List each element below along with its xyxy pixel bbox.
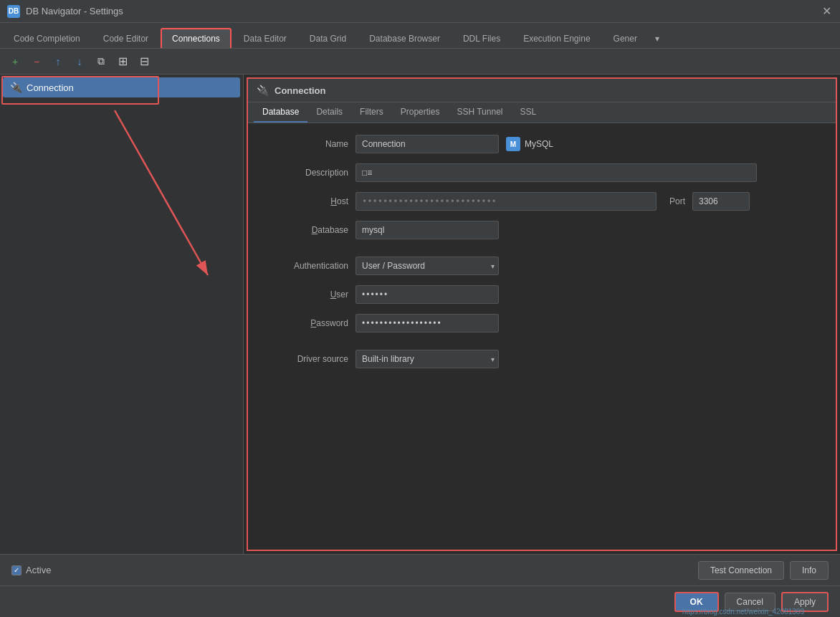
- window-title: DB Navigator - Settings: [26, 6, 123, 16]
- move-up-button[interactable]: ↑: [49, 52, 67, 71]
- tab-database-browser[interactable]: Database Browser: [358, 29, 451, 48]
- main-content: 🔌 Connection 🔌 Connection Database Detai…: [0, 75, 840, 554]
- mysql-icon: M: [506, 137, 520, 151]
- driver-source-select[interactable]: Built-in library Custom Maven: [355, 350, 499, 368]
- inner-tab-database[interactable]: Database: [254, 102, 307, 123]
- database-input[interactable]: [355, 221, 499, 239]
- inner-tabs: Database Details Filters Properties SSH …: [248, 102, 836, 123]
- panel-connection-icon: 🔌: [257, 85, 269, 96]
- tab-gener[interactable]: Gener: [603, 29, 648, 48]
- password-row: Password: [262, 314, 821, 333]
- port-label: Port: [669, 196, 685, 206]
- bottom-bar: ✓ Active Test Connection Info: [0, 554, 840, 585]
- more-tabs-button[interactable]: ▾: [649, 29, 665, 48]
- password-label: Password: [262, 318, 348, 328]
- tab-data-editor[interactable]: Data Editor: [233, 29, 297, 48]
- inner-tab-ssl[interactable]: SSL: [511, 102, 545, 123]
- right-panel: 🔌 Connection Database Details Filters Pr…: [247, 77, 837, 551]
- remove-connection-button[interactable]: −: [27, 52, 46, 71]
- password-input[interactable]: [355, 314, 499, 333]
- db-type-button[interactable]: M MySQL: [506, 137, 553, 151]
- port-input[interactable]: [692, 192, 750, 211]
- name-input[interactable]: [355, 135, 499, 153]
- apply-button[interactable]: Apply: [781, 592, 829, 612]
- user-input[interactable]: [355, 285, 499, 304]
- info-button[interactable]: Info: [790, 561, 829, 580]
- tab-data-grid[interactable]: Data Grid: [299, 29, 357, 48]
- tab-connections[interactable]: Connections: [161, 28, 232, 48]
- tab-code-editor[interactable]: Code Editor: [92, 29, 159, 48]
- copy-button[interactable]: ⧉: [92, 52, 110, 71]
- move-down-button[interactable]: ↓: [70, 52, 89, 71]
- nav-tabs: Code Completion Code Editor Connections …: [0, 23, 840, 49]
- database-label: Database: [262, 225, 348, 235]
- driver-source-row: Driver source Built-in library Custom Ma…: [262, 350, 821, 368]
- tab-execution-engine[interactable]: Execution Engine: [512, 29, 601, 48]
- cancel-button[interactable]: Cancel: [725, 593, 775, 611]
- database-row: Database: [262, 221, 821, 239]
- authentication-select[interactable]: User / Password No Auth Windows Credenti…: [355, 257, 499, 275]
- panel-title: Connection: [275, 85, 326, 96]
- close-button[interactable]: ✕: [820, 4, 833, 17]
- inner-tab-filters[interactable]: Filters: [351, 102, 392, 123]
- sidebar: 🔌 Connection: [0, 75, 244, 554]
- right-panel-header: 🔌 Connection: [248, 79, 836, 102]
- title-bar: DB DB Navigator - Settings ✕: [0, 0, 840, 23]
- user-label: User: [262, 290, 348, 300]
- authentication-select-wrapper: User / Password No Auth Windows Credenti…: [355, 257, 499, 275]
- active-label: Active: [26, 565, 51, 575]
- connection-icon: 🔌: [10, 82, 22, 93]
- sidebar-item-connection[interactable]: 🔌 Connection: [3, 77, 240, 97]
- authentication-row: Authentication User / Password No Auth W…: [262, 257, 821, 275]
- form-area: Name M MySQL Description Host Port: [248, 123, 836, 550]
- host-label: Host: [262, 196, 348, 206]
- add-connection-button[interactable]: +: [6, 52, 24, 71]
- final-bar: OK Cancel Apply: [0, 585, 840, 617]
- driver-source-label: Driver source: [262, 354, 348, 364]
- active-checkbox-wrapper[interactable]: ✓ Active: [11, 565, 51, 575]
- user-row: User: [262, 285, 821, 304]
- driver-source-select-wrapper: Built-in library Custom Maven ▾: [355, 350, 499, 368]
- host-row: Host Port: [262, 192, 821, 211]
- test-connection-button[interactable]: Test Connection: [698, 561, 784, 580]
- checkbox-check-icon: ✓: [14, 566, 19, 574]
- description-label: Description: [262, 168, 348, 178]
- name-label: Name: [262, 139, 348, 149]
- tab-ddl-files[interactable]: DDL Files: [452, 29, 511, 48]
- sidebar-item-label: Connection: [27, 82, 74, 93]
- toolbar: + − ↑ ↓ ⧉ ⊞ ⊟: [0, 49, 840, 75]
- authentication-label: Authentication: [262, 261, 348, 271]
- description-row: Description: [262, 163, 821, 182]
- inner-tab-details[interactable]: Details: [307, 102, 351, 123]
- name-row: Name M MySQL: [262, 135, 821, 153]
- inner-tab-properties[interactable]: Properties: [392, 102, 449, 123]
- active-checkbox[interactable]: ✓: [11, 565, 22, 575]
- host-input[interactable]: [355, 192, 657, 211]
- inner-tab-ssh-tunnel[interactable]: SSH Tunnel: [448, 102, 511, 123]
- db-type-label: MySQL: [525, 139, 553, 149]
- ok-button[interactable]: OK: [674, 592, 719, 612]
- import-button[interactable]: ⊞: [113, 52, 132, 71]
- description-input[interactable]: [355, 163, 757, 182]
- app-icon: DB: [7, 5, 20, 18]
- bottom-right-buttons: Test Connection Info: [698, 561, 829, 580]
- export-button[interactable]: ⊟: [135, 52, 153, 71]
- tab-code-completion[interactable]: Code Completion: [3, 29, 91, 48]
